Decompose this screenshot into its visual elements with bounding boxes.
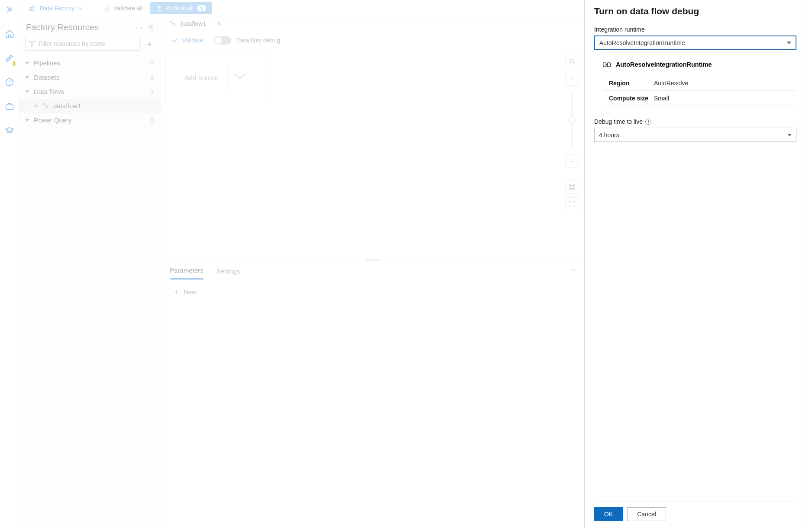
canvas-toolbar: Validate Data flow debug	[161, 31, 584, 49]
caret-icon	[25, 119, 29, 122]
learn-graduation-icon[interactable]	[3, 124, 16, 138]
panel-title: Turn on data flow debug	[594, 6, 796, 16]
expand-rail-button[interactable]	[3, 3, 16, 16]
panel-drag-handle[interactable]	[366, 259, 380, 261]
svg-rect-2	[29, 7, 32, 11]
tab-settings[interactable]: Settings	[217, 263, 240, 279]
validate-all-button[interactable]: Validate all	[100, 3, 147, 13]
factory-resources-panel: Factory Resources ⌄⌄ Filter resources by…	[19, 16, 161, 528]
main-dimmed-area: Data Factory Validate all Publish all 1 …	[19, 0, 584, 528]
unsaved-dot-icon	[35, 104, 38, 107]
chevron-down-icon	[787, 42, 791, 44]
filter-placeholder: Filter resources by name	[39, 40, 105, 47]
publish-count-badge: 1	[197, 5, 206, 11]
zoom-slider-thumb[interactable]	[569, 116, 576, 123]
add-source-node[interactable]: Add Source	[165, 54, 265, 101]
fit-to-screen-button[interactable]	[565, 180, 579, 194]
tree-item-dataflow1[interactable]: dataflow1	[19, 99, 161, 113]
panel-footer: OK Cancel	[594, 502, 796, 528]
plus-icon: ＋	[172, 287, 180, 297]
svg-rect-11	[608, 63, 611, 67]
breadcrumb-label: Data Factory	[40, 5, 74, 12]
search-canvas-button[interactable]	[565, 55, 579, 68]
ttl-field-label: Debug time to live i	[594, 118, 796, 125]
debug-config-panel: Turn on data flow debug Integration runt…	[584, 0, 806, 528]
zoom-out-button[interactable]: －	[565, 154, 579, 168]
tree-group-datasets[interactable]: Datasets 0	[19, 70, 161, 84]
ir-field-label: Integration runtime	[594, 26, 796, 33]
tab-parameters[interactable]: Parameters	[170, 262, 204, 280]
dataflow-canvas[interactable]: Add Source ＋ －	[161, 49, 584, 261]
ir-detail-name: AutoResolveIntegrationRuntime	[616, 61, 712, 68]
resource-tree: Pipelines 0 Datasets 0 Data flows 1 data…	[19, 54, 161, 129]
canvas-zoom-controls: ＋ －	[565, 55, 579, 211]
dataflow-debug-label: Data flow debug	[236, 37, 280, 44]
info-icon[interactable]: i	[645, 119, 651, 125]
tab-dataflow1[interactable]: dataflow1	[161, 16, 229, 31]
chevron-down-icon[interactable]	[236, 73, 246, 82]
home-icon[interactable]	[3, 27, 16, 41]
publish-all-button[interactable]: Publish all 1	[150, 2, 212, 14]
kv-compute-size: Compute size Small	[603, 91, 796, 106]
tab-dirty-indicator[interactable]	[217, 22, 221, 26]
svg-point-8	[570, 59, 574, 63]
cancel-button[interactable]: Cancel	[627, 507, 666, 521]
svg-rect-3	[32, 6, 34, 11]
dataflow-debug-toggle[interactable]	[214, 36, 231, 45]
double-chevron-down-icon[interactable]: ⌄⌄	[135, 24, 143, 32]
integration-runtime-select[interactable]: AutoResolveIntegrationRuntime	[594, 35, 796, 50]
tree-group-pipelines[interactable]: Pipelines 0	[19, 56, 161, 70]
tab-label: dataflow1	[180, 20, 206, 27]
canvas-column: dataflow1 Validate Data flow debug Add S…	[161, 16, 584, 528]
checkmark-icon	[171, 37, 178, 44]
filter-resources-input[interactable]: Filter resources by name	[25, 37, 140, 51]
svg-rect-10	[603, 63, 606, 67]
zoom-in-button[interactable]: ＋	[565, 72, 579, 86]
top-toolbar: Data Factory Validate all Publish all 1	[19, 0, 584, 16]
fullscreen-button[interactable]	[565, 197, 579, 211]
collapse-panel-icon[interactable]	[148, 24, 154, 32]
bottom-properties-panel: Parameters Settings ＋ New	[161, 261, 584, 528]
integration-runtime-details: AutoResolveIntegrationRuntime Region Aut…	[594, 61, 796, 106]
collapse-panel-button[interactable]	[570, 267, 576, 275]
author-pencil-icon[interactable]: 1	[3, 51, 16, 65]
svg-rect-9	[571, 186, 574, 189]
resources-title: Factory Resources	[26, 23, 99, 32]
dataflow-icon	[42, 103, 49, 109]
new-parameter-button[interactable]: ＋ New	[172, 287, 573, 297]
zoom-slider[interactable]	[572, 92, 573, 148]
dataflow-icon	[169, 20, 176, 27]
scrollbar-gutter	[806, 0, 812, 528]
upload-icon	[156, 5, 163, 12]
publish-all-label: Publish all	[166, 5, 194, 12]
editor-tab-bar: dataflow1	[161, 16, 584, 31]
validate-all-label: Validate all	[113, 5, 142, 12]
add-resource-button[interactable]: ＋	[144, 39, 155, 49]
left-nav-rail: 1	[0, 0, 19, 528]
ok-button[interactable]: OK	[594, 507, 623, 521]
tree-group-powerquery[interactable]: Power Query 0	[19, 113, 161, 127]
integration-runtime-icon	[603, 61, 611, 68]
filter-icon	[29, 41, 35, 47]
svg-rect-1	[6, 105, 13, 109]
breadcrumb-data-factory[interactable]: Data Factory	[25, 3, 87, 14]
kv-region: Region AutoResolve	[603, 76, 796, 91]
chevron-down-icon	[787, 134, 792, 136]
tree-group-dataflows[interactable]: Data flows 1	[19, 84, 161, 99]
checkmark-stack-icon	[104, 5, 111, 12]
caret-icon	[25, 76, 29, 79]
validate-button[interactable]: Validate	[171, 37, 204, 44]
caret-icon	[25, 62, 29, 64]
monitor-gauge-icon[interactable]	[3, 75, 16, 89]
pencil-badge: 1	[11, 61, 17, 67]
chevron-down-icon	[78, 6, 83, 11]
debug-ttl-select[interactable]: 4 hours	[594, 128, 796, 142]
manage-toolbox-icon[interactable]	[3, 100, 16, 113]
caret-icon	[25, 90, 29, 93]
